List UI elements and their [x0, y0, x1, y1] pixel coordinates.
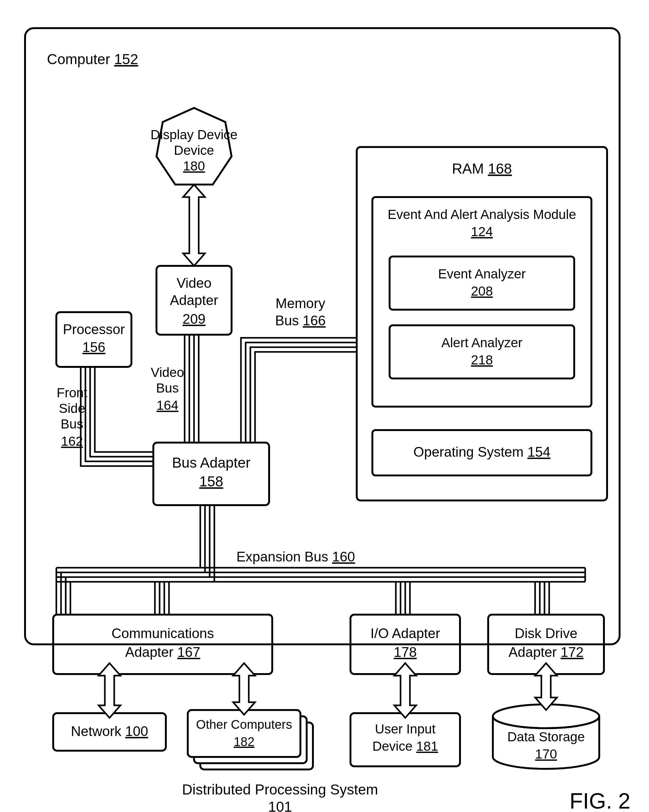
video-bus-l1: Video: [151, 365, 184, 380]
arrow-comm-others: [233, 663, 255, 715]
display-label: Display Device: [150, 127, 237, 142]
os-label: Operating System 154: [413, 444, 550, 459]
processor-l1: Processor: [63, 322, 125, 337]
video-adapter-l2: Adapter: [170, 293, 218, 308]
video-bus-ref: 164: [156, 398, 178, 412]
network-label: Network 100: [71, 723, 148, 739]
expansion-bus-horiz: [56, 568, 585, 582]
user-input-l2: Device 181: [372, 739, 438, 754]
data-storage-l1: Data Storage: [507, 730, 585, 744]
bus-adapter-ref: 158: [199, 473, 223, 490]
alert-analyzer-ref: 218: [471, 353, 493, 367]
arrow-comm-network: [99, 663, 121, 718]
event-module-l1: Event And Alert Analysis Module: [388, 207, 576, 222]
system-title: Distributed Processing System: [182, 781, 378, 798]
arrow-disk-storage: [535, 663, 557, 710]
diagram: Computer 152 Display Device Device 180 V…: [0, 0, 649, 812]
display-label2: Device: [174, 143, 214, 158]
expansion-drop-io: [396, 582, 410, 615]
video-adapter-ref: 209: [182, 311, 205, 327]
video-adapter-l1: Video: [176, 275, 211, 291]
expansion-drop-comm: [155, 582, 169, 615]
other-computers-l1: Other Computers: [196, 717, 292, 731]
video-bus-l2: Bus: [156, 381, 179, 395]
front-side-bus: [81, 367, 153, 466]
expansion-bus-label: Expansion Bus 160: [236, 549, 355, 564]
disk-adapter-l2: Adapter 172: [508, 644, 583, 660]
svg-rect-31: [188, 710, 300, 757]
memory-bus: [241, 338, 357, 443]
bus-adapter-l1: Bus Adapter: [172, 455, 251, 471]
ram-label: RAM 168: [452, 160, 512, 177]
memory-bus-l1: Memory: [276, 296, 325, 311]
expansion-left-cap: [56, 568, 70, 615]
expansion-drop-disk: [535, 582, 549, 615]
comm-adapter-l2: Adapter 167: [125, 644, 200, 660]
comm-adapter-l1: Communications: [112, 626, 214, 641]
disk-adapter-l1: Disk Drive: [515, 626, 577, 641]
arrow-display-video: [183, 185, 205, 266]
data-storage-ref: 170: [535, 746, 557, 761]
arrow-io-userinput: [394, 663, 416, 718]
io-adapter-l1: I/O Adapter: [370, 626, 440, 641]
alert-analyzer: [390, 325, 574, 379]
io-adapter-ref: 178: [393, 644, 416, 660]
event-module-ref: 124: [471, 224, 493, 239]
display-ref: 180: [183, 159, 205, 173]
computer-label: Computer 152: [47, 51, 138, 67]
video-bus: [185, 335, 199, 443]
event-analyzer-ref: 208: [471, 284, 493, 298]
event-analyzer-l1: Event Analyzer: [438, 267, 526, 281]
user-input-l1: User Input: [375, 722, 436, 736]
memory-bus-l2: Bus 166: [275, 313, 325, 328]
fsb-l3: Bus: [61, 417, 83, 431]
fsb-l1: Front: [57, 385, 87, 400]
alert-analyzer-l1: Alert Analyzer: [441, 335, 522, 350]
processor-ref: 156: [82, 339, 105, 355]
event-analyzer: [390, 256, 574, 310]
other-computers-ref: 182: [234, 735, 255, 748]
fsb-l2: Side: [59, 401, 85, 416]
fsb-ref: 162: [61, 434, 83, 449]
system-ref: 101: [268, 798, 292, 812]
figure-label: FIG. 2: [569, 789, 630, 812]
expansion-bus-vert: [200, 505, 214, 582]
